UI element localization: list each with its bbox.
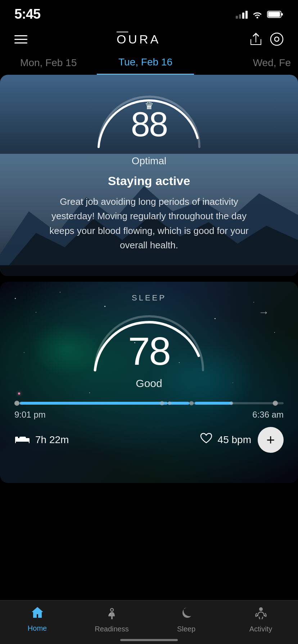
- score-gauge: ♛ 88: [14, 88, 284, 152]
- signal-icon: [236, 10, 248, 19]
- svg-point-3: [271, 33, 283, 45]
- sleep-gauge-arc: 78: [88, 305, 210, 377]
- wifi-icon: [252, 10, 263, 18]
- menu-button[interactable]: [14, 35, 27, 43]
- battery-icon: [267, 10, 284, 19]
- nav-label-home: Home: [28, 624, 47, 632]
- svg-rect-14: [19, 437, 26, 440]
- main-card-content: ♛ 88 Optimal Staying active Great job av…: [0, 75, 298, 268]
- header-actions: [250, 32, 284, 46]
- sleep-timeline: 9:01 pm 6:36 am: [14, 401, 284, 420]
- insight-title: Staying active: [14, 174, 284, 188]
- sleep-stats: 7h 22m 45 bpm +: [14, 427, 284, 453]
- nav-item-sleep[interactable]: Sleep: [149, 606, 224, 633]
- svg-text:78: 78: [128, 329, 170, 373]
- date-next[interactable]: Wed, Fe: [194, 53, 298, 74]
- date-navigation[interactable]: Mon, Feb 15 Tue, Feb 16 Wed, Fe: [0, 52, 298, 75]
- sleep-score-label: Good: [14, 377, 284, 390]
- nav-label-readiness: Readiness: [95, 625, 129, 633]
- svg-rect-16: [29, 441, 30, 443]
- date-prev[interactable]: Mon, Feb 15: [0, 53, 97, 74]
- svg-rect-2: [268, 12, 280, 17]
- home-icon: [31, 606, 44, 621]
- svg-rect-15: [15, 441, 16, 443]
- nav-label-sleep: Sleep: [177, 625, 195, 633]
- gauge-arc: ♛ 88: [91, 88, 207, 152]
- sleep-card[interactable]: SLEEP → 78 Good: [0, 282, 298, 483]
- sleep-duration: 7h 22m: [35, 434, 69, 446]
- heart-rate-stat: 45 bpm: [200, 433, 251, 447]
- timeline-times: 9:01 pm 6:36 am: [14, 410, 284, 420]
- readiness-icon: [105, 606, 118, 622]
- sleep-section-label: SLEEP: [14, 293, 284, 303]
- sleep-end-time: 6:36 am: [252, 410, 284, 420]
- nav-item-activity[interactable]: Activity: [224, 606, 298, 633]
- heart-rate-value: 45 bpm: [218, 434, 251, 446]
- bed-icon: [14, 433, 30, 447]
- date-current[interactable]: Tue, Feb 16: [97, 52, 194, 75]
- add-button[interactable]: +: [258, 427, 284, 453]
- sleep-card-content: SLEEP → 78 Good: [0, 282, 298, 466]
- app-header: OURA: [0, 26, 298, 52]
- scroll-content: ♛ 88 Optimal Staying active Great job av…: [0, 75, 298, 548]
- heart-icon: [200, 433, 213, 447]
- insight-text: Great job avoiding long periods of inact…: [41, 194, 257, 252]
- nav-label-activity: Activity: [249, 625, 272, 633]
- share-icon[interactable]: [250, 32, 262, 46]
- sleep-gauge: 78: [14, 305, 284, 377]
- svg-text:88: 88: [131, 105, 167, 143]
- svg-rect-1: [281, 13, 283, 15]
- app-logo: OURA: [117, 32, 161, 46]
- sleep-duration-stat: 7h 22m: [14, 433, 69, 447]
- sleep-icon: [180, 606, 193, 622]
- svg-point-17: [110, 608, 113, 611]
- svg-rect-13: [15, 437, 18, 442]
- status-bar: 5:45: [0, 0, 298, 26]
- activity-icon: [255, 606, 267, 622]
- sleep-start-time: 9:01 pm: [14, 410, 46, 420]
- nav-item-home[interactable]: Home: [0, 606, 74, 633]
- main-score-card: ♛ 88 Optimal Staying active Great job av…: [0, 75, 298, 276]
- profile-icon[interactable]: [270, 32, 284, 46]
- nav-item-readiness[interactable]: Readiness: [74, 606, 149, 633]
- status-icons: [236, 10, 284, 19]
- bottom-navigation: Home Readiness Sleep: [0, 600, 298, 644]
- score-label: Optimal: [14, 155, 284, 167]
- svg-point-4: [275, 37, 279, 41]
- status-time: 5:45: [14, 6, 40, 22]
- home-indicator: [120, 639, 178, 641]
- timeline-bar: [14, 401, 284, 405]
